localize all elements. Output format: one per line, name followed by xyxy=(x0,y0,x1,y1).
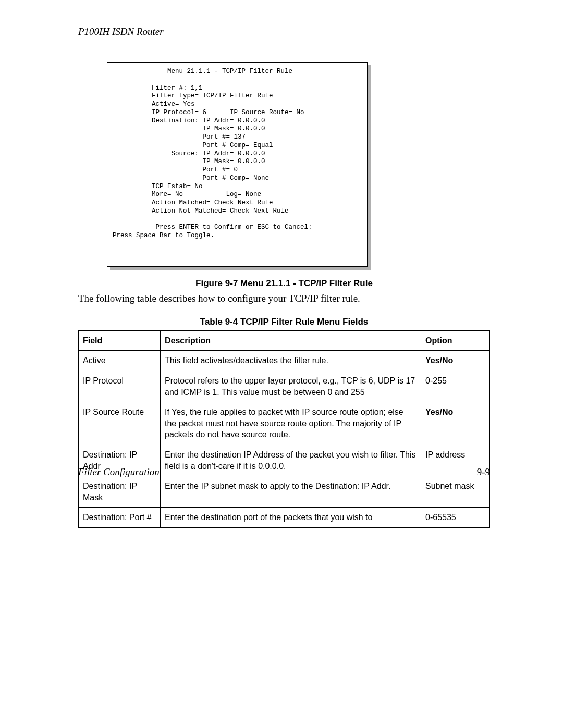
cell-field: Destination: IP Mask xyxy=(79,476,161,508)
cell-description: Enter the destination port of the packet… xyxy=(161,508,421,528)
th-description: Description xyxy=(161,330,421,351)
cell-option: Yes/No xyxy=(421,402,490,445)
footer-page-number: 9-9 xyxy=(477,466,490,478)
table-header-row: Field Description Option xyxy=(79,330,490,351)
table-caption: Table 9-4 TCP/IP Filter Rule Menu Fields xyxy=(78,317,490,327)
cell-field: IP Source Route xyxy=(79,402,161,445)
cell-option-text: 0-65535 xyxy=(425,513,456,522)
cell-option: Yes/No xyxy=(421,351,490,371)
cell-field: Active xyxy=(79,351,161,371)
cell-option-text: Yes/No xyxy=(425,356,453,365)
table-row: IP Protocol Protocol refers to the upper… xyxy=(79,371,490,402)
terminal-box: Menu 21.1.1 - TCP/IP Filter Rule Filter … xyxy=(107,62,368,267)
table-row: Active This field activates/deactivates … xyxy=(79,351,490,371)
fields-table: Field Description Option Active This fie… xyxy=(78,330,490,528)
cell-option: 0-65535 xyxy=(421,508,490,528)
cell-description: Enter the IP subnet mask to apply to the… xyxy=(161,476,421,508)
cell-field: IP Protocol xyxy=(79,371,161,402)
th-option: Option xyxy=(421,330,490,351)
cell-option-text: IP address xyxy=(425,450,465,459)
terminal-wrap: Menu 21.1.1 - TCP/IP Filter Rule Filter … xyxy=(107,62,368,267)
cell-description: If Yes, the rule applies to packet with … xyxy=(161,402,421,445)
table-row: Destination: IP Mask Enter the IP subnet… xyxy=(79,476,490,508)
page-header: P100IH ISDN Router xyxy=(78,26,490,41)
footer-section: Filter Configuration xyxy=(78,466,160,477)
figure-caption: Figure 9-7 Menu 21.1.1 - TCP/IP Filter R… xyxy=(78,278,490,289)
cell-option-text: Yes/No xyxy=(425,408,453,416)
cell-option: Subnet mask xyxy=(421,476,490,508)
cell-option-text: 0-255 xyxy=(425,376,447,385)
cell-field: Destination: Port # xyxy=(79,508,161,528)
th-field: Field xyxy=(79,330,161,351)
cell-description: Protocol refers to the upper layer proto… xyxy=(161,371,421,402)
table-row: IP Source Route If Yes, the rule applies… xyxy=(79,402,490,445)
cell-option: 0-255 xyxy=(421,371,490,402)
header-title: P100IH ISDN Router xyxy=(78,26,164,37)
intro-text: The following table describes how to con… xyxy=(78,293,490,304)
cell-option-text: Subnet mask xyxy=(425,482,474,490)
table-row: Destination: Port # Enter the destinatio… xyxy=(79,508,490,528)
page: P100IH ISDN Router Menu 21.1.1 - TCP/IP … xyxy=(0,0,563,728)
cell-description: This field activates/deactivates the fil… xyxy=(161,351,421,371)
page-footer: 9-9 Filter Configuration xyxy=(78,463,490,478)
